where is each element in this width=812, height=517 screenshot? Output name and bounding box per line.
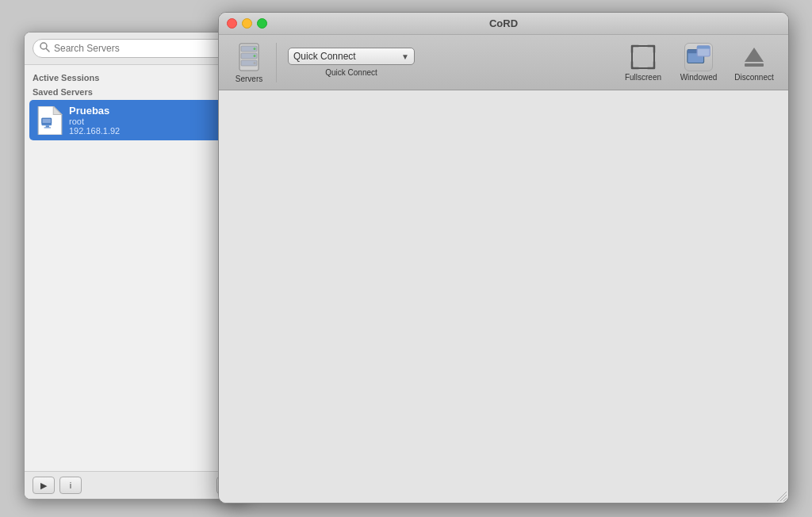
titlebar: CoRD xyxy=(219,13,788,35)
disconnect-label: Disconnect xyxy=(734,73,773,82)
sidebar-content: Active Sessions Saved Servers Pruebas ro… xyxy=(25,65,247,471)
search-input-wrap[interactable] xyxy=(33,39,239,58)
svg-point-15 xyxy=(254,62,256,64)
play-button[interactable]: ▶ xyxy=(33,477,55,494)
svg-rect-8 xyxy=(44,127,51,128)
quick-connect-value: Quick Connect xyxy=(293,51,398,62)
svg-point-13 xyxy=(254,48,256,50)
disconnect-button[interactable]: Disconnect xyxy=(726,40,782,85)
quick-connect-label: Quick Connect xyxy=(325,68,377,77)
saved-servers-header: Saved Servers xyxy=(25,84,247,98)
fullscreen-label: Fullscreen xyxy=(625,73,661,82)
toolbar: Servers Quick Connect ▼ Quick Connect xyxy=(219,35,788,90)
server-info: Pruebas root 192.168.1.92 xyxy=(69,105,120,136)
windowed-icon xyxy=(684,43,713,71)
servers-toolbar-button[interactable]: Servers xyxy=(225,38,273,86)
svg-line-24 xyxy=(780,495,787,501)
servers-icon xyxy=(236,41,262,73)
svg-rect-22 xyxy=(745,63,764,67)
disconnect-icon xyxy=(740,43,768,71)
svg-line-1 xyxy=(47,49,50,52)
server-name: Pruebas xyxy=(69,105,120,117)
server-user: root xyxy=(69,117,120,126)
footer-left-buttons: ▶ i xyxy=(33,477,82,494)
fullscreen-button[interactable]: Fullscreen xyxy=(615,40,671,85)
toolbar-divider-1 xyxy=(276,43,277,82)
sidebar-window: Active Sessions Saved Servers Pruebas ro… xyxy=(24,32,247,500)
servers-label: Servers xyxy=(236,75,262,83)
resize-handle[interactable] xyxy=(776,490,787,501)
svg-rect-6 xyxy=(42,118,51,122)
windowed-label: Windowed xyxy=(680,73,718,82)
maximize-button[interactable] xyxy=(257,18,267,29)
svg-point-14 xyxy=(254,55,256,57)
server-item[interactable]: Pruebas root 192.168.1.92 xyxy=(29,100,242,140)
quick-connect-section: Quick Connect ▼ Quick Connect xyxy=(280,44,423,80)
svg-rect-16 xyxy=(632,46,654,68)
server-ip: 192.168.1.92 xyxy=(69,126,120,136)
active-sessions-header: Active Sessions xyxy=(25,70,247,84)
server-file-icon xyxy=(37,106,63,135)
svg-rect-7 xyxy=(46,125,49,127)
windowed-button[interactable]: Windowed xyxy=(671,40,726,85)
svg-point-0 xyxy=(40,43,47,49)
cord-window: CoRD Servers Quic xyxy=(218,12,789,504)
sidebar-footer: ▶ i + xyxy=(25,471,247,499)
fullscreen-icon xyxy=(629,43,657,71)
main-content xyxy=(219,90,788,503)
window-title: CoRD xyxy=(489,17,518,29)
dropdown-arrow-icon: ▼ xyxy=(401,52,409,61)
search-icon xyxy=(40,42,50,55)
minimize-button[interactable] xyxy=(242,18,252,29)
svg-marker-21 xyxy=(745,48,764,62)
titlebar-buttons xyxy=(227,18,267,29)
info-button[interactable]: i xyxy=(59,477,82,494)
close-button[interactable] xyxy=(227,18,237,29)
search-input[interactable] xyxy=(54,43,232,54)
search-bar xyxy=(25,33,247,65)
svg-line-25 xyxy=(783,498,787,501)
svg-marker-3 xyxy=(53,106,62,115)
quick-connect-dropdown[interactable]: Quick Connect ▼ xyxy=(288,48,415,65)
svg-rect-20 xyxy=(697,46,710,49)
